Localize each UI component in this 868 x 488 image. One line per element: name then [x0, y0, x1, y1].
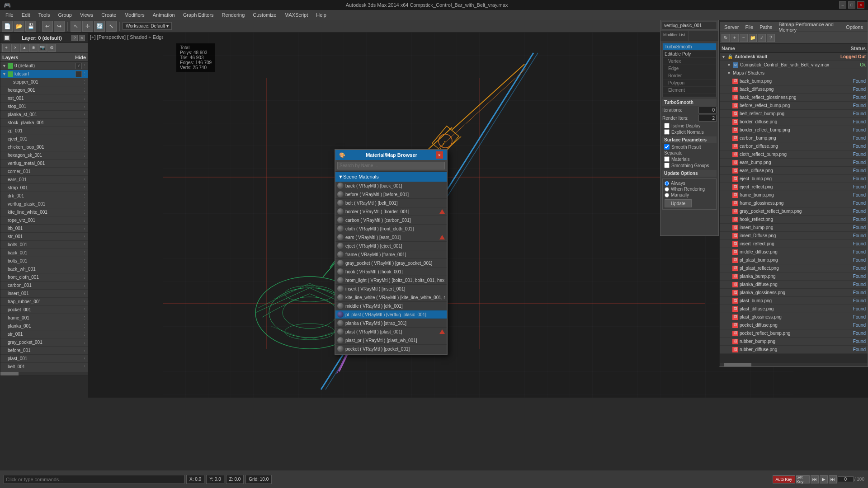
asset-tree-item[interactable]: 🖼 ears_diffuse.png Found: [720, 167, 868, 175]
layer-item[interactable]: rope_vrz_001 ⋮: [0, 216, 88, 225]
layer-options[interactable]: ⋮: [83, 308, 87, 312]
layer-move-btn[interactable]: ▲: [20, 44, 28, 52]
mat-item[interactable]: back ( VRayMtl ) [back_001]: [335, 182, 447, 190]
layer-options[interactable]: ⋮: [83, 161, 87, 166]
layer-item[interactable]: bolts_001 ⋮: [0, 257, 88, 265]
iterations-input[interactable]: [698, 107, 717, 113]
layer-visibility[interactable]: [75, 71, 82, 77]
minimize-btn[interactable]: –: [839, 1, 846, 9]
layer-render-btn[interactable]: 📷: [38, 44, 47, 52]
layer-options[interactable]: ⋮: [83, 121, 87, 125]
workspace-selector[interactable]: Workspace: Default ▾: [123, 22, 172, 30]
menu-graph-editors[interactable]: Graph Editors: [179, 11, 217, 19]
asset-tb-browse[interactable]: 📁: [749, 34, 757, 42]
mat-item[interactable]: cloth ( VRayMtl ) [front_cloth_001]: [335, 225, 447, 233]
asset-tb-refresh[interactable]: ↻: [722, 34, 730, 42]
mat-browser-close-btn[interactable]: ×: [436, 151, 443, 159]
layer-options[interactable]: ⋮: [83, 129, 87, 133]
menu-maxscript[interactable]: MAXScript: [281, 11, 311, 19]
layer-visibility[interactable]: ✓: [75, 63, 82, 69]
layer-options[interactable]: ⋮: [83, 235, 87, 239]
mat-item-selected[interactable]: pl_plast ( VRayMtl ) [vertlug_plasic_001…: [335, 310, 447, 319]
menu-file[interactable]: File: [2, 11, 17, 19]
mat-item[interactable]: eject ( VRayMtl ) [eject_001]: [335, 242, 447, 250]
layer-item[interactable]: plast_001 ⋮: [0, 355, 88, 363]
layer-options[interactable]: ⋮: [83, 178, 87, 182]
asset-menu-file[interactable]: File: [742, 23, 756, 31]
layer-delete-btn[interactable]: ×: [11, 44, 19, 52]
asset-menu-server[interactable]: Server: [722, 23, 741, 31]
layer-item[interactable]: carbon_001 ⋮: [0, 282, 88, 290]
layer-options[interactable]: ⋮: [83, 88, 87, 93]
smoothing-groups-checkbox[interactable]: [664, 163, 670, 168]
asset-tree-item[interactable]: 🖼 gray_pocket_reflect_bump.png Found: [720, 207, 868, 216]
mat-item[interactable]: hook ( VRayMtl ) [hook_001]: [335, 267, 447, 276]
layer-options[interactable]: ⋮: [83, 243, 87, 247]
asset-tree-item[interactable]: 🖼 insert_Diffuse.png Found: [720, 232, 868, 240]
layer-options[interactable]: ⋮: [83, 300, 87, 304]
layer-options[interactable]: ⋮: [83, 104, 87, 109]
menu-group[interactable]: Group: [54, 11, 75, 19]
asset-tree-item[interactable]: 🖼 planka_glossiness.png Found: [720, 289, 868, 297]
asset-tree-item[interactable]: 🖼 plast_bump.png Found: [720, 297, 868, 305]
layer-item[interactable]: hexagon_sk_001 ⋮: [0, 151, 88, 160]
layer-item[interactable]: belt_001 ⋮: [0, 363, 88, 369]
layer-options[interactable]: ⋮: [83, 64, 87, 68]
toolbar-move[interactable]: ✛: [82, 21, 93, 32]
menu-customize[interactable]: Customize: [249, 11, 280, 19]
object-name-input[interactable]: [662, 22, 717, 29]
layer-item[interactable]: strap_001 ⋮: [0, 184, 88, 192]
mod-item-vertex[interactable]: Vertex: [663, 58, 716, 65]
toolbar-redo[interactable]: ↪: [54, 21, 65, 32]
asset-tree-item[interactable]: 🖼 planka_bump.png Found: [720, 272, 868, 281]
layer-options[interactable]: ⋮: [83, 365, 87, 369]
render-iters-input[interactable]: [698, 115, 717, 122]
asset-tree-item[interactable]: 🖼 pl_plast_bump.png Found: [720, 256, 868, 264]
manually-radio[interactable]: [665, 193, 669, 197]
layer-item[interactable]: ears_001 ⋮: [0, 176, 88, 184]
layer-item[interactable]: lrb_001 ⋮: [0, 225, 88, 233]
layer-options[interactable]: ⋮: [83, 340, 87, 345]
layer-item[interactable]: stopper_001 ⋮: [0, 78, 88, 86]
layer-item[interactable]: ▼ 0 (default) ✓ ⋮: [0, 62, 88, 70]
isoline-checkbox[interactable]: [664, 123, 670, 128]
asset-path-input[interactable]: [720, 354, 868, 363]
layer-options[interactable]: ⋮: [83, 202, 87, 206]
layer-options[interactable]: ⋮: [83, 348, 87, 353]
layer-item[interactable]: str_001 ⋮: [0, 330, 88, 338]
toolbar-select[interactable]: ↖: [71, 21, 81, 32]
asset-tree-item[interactable]: 🖼 back_diffuse.png Found: [720, 85, 868, 94]
asset-tree-item[interactable]: ▼ Maps / Shaders: [720, 69, 868, 77]
mat-item[interactable]: belt ( VRayMtl ) [belt_001]: [335, 199, 447, 207]
layer-options[interactable]: ⋮: [83, 113, 87, 117]
asset-menu-options[interactable]: Options: [843, 23, 866, 31]
layer-item[interactable]: stock_planka_001 ⋮: [0, 119, 88, 127]
mod-item-element[interactable]: Element: [663, 87, 716, 94]
layer-item[interactable]: drk_001 ⋮: [0, 192, 88, 200]
layer-item[interactable]: corner_001 ⋮: [0, 168, 88, 176]
mod-item-turbosmooth[interactable]: TurboSmooth: [663, 43, 716, 51]
layer-options[interactable]: ⋮: [83, 275, 87, 280]
always-radio[interactable]: [665, 181, 669, 186]
mod-item-border[interactable]: Border: [663, 72, 716, 80]
menu-tools[interactable]: Tools: [35, 11, 54, 19]
mat-item[interactable]: before ( VRayMtl ) [before_001]: [335, 190, 447, 199]
mat-item[interactable]: insert ( VRayMtl ) [insert_001]: [335, 285, 447, 293]
layer-item[interactable]: frame_001 ⋮: [0, 314, 88, 322]
layer-options[interactable]: ⋮: [83, 80, 87, 84]
asset-tree-item[interactable]: 🖼 rubber_bump.png Found: [720, 338, 868, 346]
layer-item[interactable]: hexagon_001 ⋮: [0, 86, 88, 94]
mat-item[interactable]: pocket ( VRayMtl ) [pocket_001]: [335, 345, 447, 353]
asset-tb-question[interactable]: ?: [767, 34, 775, 42]
frame-input[interactable]: [838, 476, 854, 482]
layer-freeze-btn[interactable]: ❄: [29, 44, 38, 52]
mat-item[interactable]: border ( VRayMtl ) [border_001]: [335, 207, 447, 216]
mod-item-editable-poly[interactable]: Editable Poly: [663, 51, 716, 58]
layer-options[interactable]: ⋮: [83, 210, 87, 215]
when-rendering-radio[interactable]: [665, 187, 669, 192]
layer-options[interactable]: ⋮: [83, 226, 87, 231]
menu-rendering[interactable]: Rendering: [218, 11, 249, 19]
layer-options[interactable]: ⋮: [83, 267, 87, 272]
layer-item[interactable]: front_cloth_001 ⋮: [0, 273, 88, 282]
explicit-normals-checkbox[interactable]: [664, 129, 670, 135]
